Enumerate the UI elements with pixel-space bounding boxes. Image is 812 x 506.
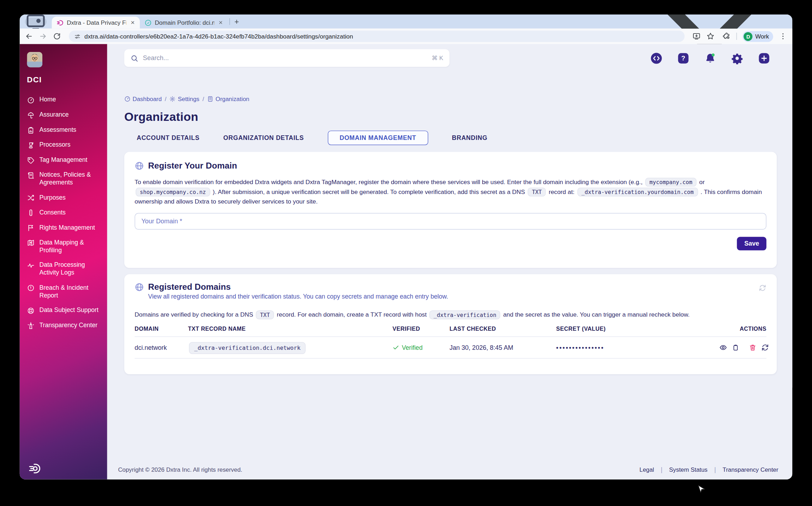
breadcrumb-label: Organization — [216, 96, 250, 102]
sidebar-item-consents[interactable]: Consents — [27, 208, 100, 217]
toolbar-divider — [736, 33, 737, 40]
sidebar-item-label: Transparency Center — [39, 321, 97, 329]
user-avatar[interactable] — [27, 52, 42, 67]
register-card-header: Register Your Domain — [135, 161, 766, 171]
dxtra-logo-icon — [28, 462, 41, 475]
eye-icon[interactable] — [719, 343, 727, 351]
bell-icon[interactable] — [704, 52, 716, 64]
extensions-icon[interactable] — [723, 32, 731, 40]
forward-button[interactable] — [39, 32, 47, 40]
back-button[interactable] — [25, 32, 33, 40]
cell-verified: Verified — [393, 344, 449, 351]
footer-link-separator: | — [714, 466, 716, 473]
page-tabs: ACCOUNT DETAILSORGANIZATION DETAILSDOMAI… — [137, 131, 777, 145]
code-chip: TXT — [256, 310, 274, 319]
page-title: Organization — [124, 110, 777, 124]
register-card-description: To enable domain verification for embedd… — [135, 177, 766, 207]
sidebar-item-purposes[interactable]: Purposes — [27, 194, 100, 202]
sidebar-item-assurance[interactable]: Assurance — [27, 111, 100, 119]
tab-domain-management[interactable]: DOMAIN MANAGEMENT — [328, 131, 428, 145]
tab-account-details[interactable]: ACCOUNT DETAILS — [137, 131, 199, 145]
refresh-icon[interactable] — [761, 343, 769, 351]
browser-tabs: Dxtra - Data Privacy First×Domain Portfo… — [52, 17, 228, 29]
tab-search-pill[interactable] — [25, 17, 47, 25]
code-chip: shop.mycompany.co.nz — [136, 187, 210, 196]
profile-chip[interactable]: D Work — [743, 31, 773, 42]
footer-link-transparency-center[interactable]: Transparency Center — [723, 466, 778, 473]
bookmark-star-icon[interactable] — [706, 32, 715, 40]
register-card-title: Register Your Domain — [148, 161, 237, 171]
profile-avatar: D — [744, 32, 753, 41]
help-square-icon[interactable]: ? — [677, 52, 689, 64]
plus-square-icon[interactable] — [758, 52, 770, 64]
tab-branding[interactable]: BRANDING — [452, 131, 488, 145]
sidebar-item-processors[interactable]: Processors — [27, 141, 100, 149]
save-button[interactable]: Save — [737, 237, 766, 250]
code-circle-icon[interactable] — [650, 52, 662, 64]
tab-title: Domain Portfolio: dci.network — [155, 19, 215, 26]
bc-building-icon — [207, 96, 214, 102]
breadcrumb-label: Dashboard — [133, 96, 162, 102]
globe-icon — [135, 282, 144, 292]
breadcrumb-item-organization[interactable]: Organization — [207, 96, 249, 102]
breadcrumb-item-settings[interactable]: Settings — [169, 96, 199, 102]
reload-button[interactable] — [53, 32, 61, 40]
sidebar-item-notices-policies-agreements[interactable]: Notices, Policies & Agreements — [27, 171, 100, 187]
address-bar[interactable]: dxtra.ai/data-controllers/e6b20ea2-1a7a-… — [69, 31, 685, 42]
sidebar-item-transparency-center[interactable]: Transparency Center — [27, 321, 100, 329]
sidebar-item-label: Notices, Policies & Agreements — [39, 171, 100, 187]
domain-input[interactable] — [135, 213, 766, 230]
profile-name: Work — [755, 33, 769, 40]
browser-tab-2[interactable]: Domain Portfolio: dci.network× — [140, 17, 228, 29]
cell-secret-masked: ••••••••••••••• — [556, 344, 719, 351]
sidebar-item-label: Tag Management — [39, 156, 87, 164]
sidebar-item-tag-management[interactable]: Tag Management — [27, 156, 100, 164]
site-settings-icon[interactable] — [74, 33, 81, 40]
sidebar: DCI HomeAssuranceAssessmentsProcessorsTa… — [20, 44, 107, 479]
browser-tab-strip: Dxtra - Data Privacy First×Domain Portfo… — [20, 14, 792, 29]
registered-domains-card: Registered Domains View all registered d… — [124, 274, 777, 374]
tag-icon — [27, 156, 35, 164]
new-tab-button[interactable]: + — [232, 16, 242, 27]
domains-card-header: Registered Domains View all registered d… — [135, 282, 766, 300]
domains-card-title: Registered Domains — [148, 282, 231, 292]
breadcrumb-item-dashboard[interactable]: Dashboard — [124, 96, 162, 102]
verified-label: Verified — [402, 344, 423, 351]
footer-link-legal[interactable]: Legal — [639, 466, 654, 473]
gear-solid-icon[interactable] — [731, 52, 743, 64]
sidebar-nav: HomeAssuranceAssessmentsProcessorsTag Ma… — [27, 96, 100, 329]
sidebar-item-label: Home — [39, 96, 56, 104]
tab-close-icon[interactable]: × — [130, 19, 136, 27]
column-header-actions: ACTIONS — [740, 325, 766, 332]
scroll-icon — [27, 171, 35, 179]
blender-icon — [27, 141, 35, 149]
code-chip: TXT — [528, 187, 546, 196]
trash-icon[interactable] — [749, 343, 757, 351]
refresh-list-icon[interactable] — [759, 284, 766, 292]
install-icon[interactable] — [693, 32, 701, 40]
tab-favicon-icon — [144, 19, 152, 27]
sidebar-item-data-processing-activity-logs[interactable]: Data Processing Activity Logs — [27, 261, 100, 277]
shuffle-icon — [27, 194, 35, 202]
footer-link-separator: | — [661, 466, 663, 473]
sidebar-item-assessments[interactable]: Assessments — [27, 126, 100, 134]
search-input[interactable]: Search... ⌘ K — [124, 49, 449, 67]
browser-menu-icon[interactable] — [779, 32, 787, 40]
sidebar-item-home[interactable]: Home — [27, 96, 100, 104]
tab-organization-details[interactable]: ORGANIZATION DETAILS — [223, 131, 304, 145]
description-text: Domains are verified by checking for a D… — [135, 311, 255, 318]
copy-icon[interactable] — [732, 343, 740, 351]
search-shortcut: ⌘ K — [432, 54, 443, 62]
sidebar-item-rights-management[interactable]: Rights Management — [27, 224, 100, 232]
browser-tab-1[interactable]: Dxtra - Data Privacy First× — [52, 17, 140, 29]
check-icon — [393, 344, 399, 351]
sidebar-item-data-subject-support[interactable]: Data Subject Support — [27, 306, 100, 314]
sidebar-item-data-mapping-profiling[interactable]: Data Mapping & Profiling — [27, 239, 100, 254]
sidebar-item-breach-incident-report[interactable]: Breach & Incident Report — [27, 284, 100, 299]
save-row: Save — [135, 237, 766, 250]
alert-circle-icon — [27, 284, 35, 292]
tab-close-icon[interactable]: × — [218, 19, 224, 27]
footer-link-system-status[interactable]: System Status — [669, 466, 707, 473]
browser-window: Dxtra - Data Privacy First×Domain Portfo… — [20, 14, 792, 479]
flag-icon — [27, 224, 35, 232]
